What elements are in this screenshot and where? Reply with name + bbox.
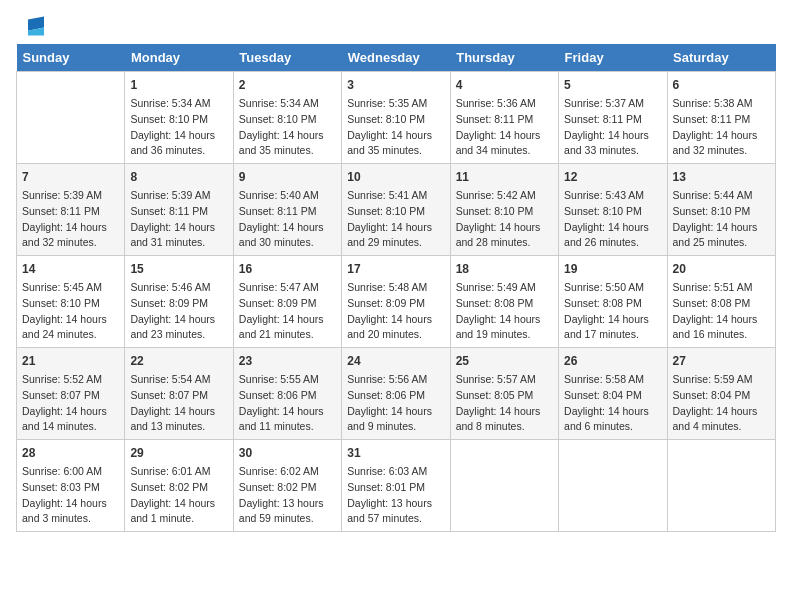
day-info: Daylight: 14 hours — [673, 312, 770, 328]
day-info: Sunset: 8:08 PM — [673, 296, 770, 312]
header-wednesday: Wednesday — [342, 44, 450, 72]
week-row-4: 21Sunrise: 5:52 AMSunset: 8:07 PMDayligh… — [17, 348, 776, 440]
day-info: Sunset: 8:04 PM — [673, 388, 770, 404]
calendar-cell — [17, 72, 125, 164]
day-info: and 57 minutes. — [347, 511, 444, 527]
day-info: Sunset: 8:06 PM — [239, 388, 336, 404]
day-info: Sunset: 8:10 PM — [130, 112, 227, 128]
day-info: and 34 minutes. — [456, 143, 553, 159]
calendar-cell: 14Sunrise: 5:45 AMSunset: 8:10 PMDayligh… — [17, 256, 125, 348]
day-info: and 25 minutes. — [673, 235, 770, 251]
day-info: Sunrise: 5:42 AM — [456, 188, 553, 204]
week-row-3: 14Sunrise: 5:45 AMSunset: 8:10 PMDayligh… — [17, 256, 776, 348]
day-info: and 3 minutes. — [22, 511, 119, 527]
day-info: Sunrise: 5:38 AM — [673, 96, 770, 112]
day-info: Daylight: 14 hours — [564, 220, 661, 236]
day-info: Sunset: 8:10 PM — [673, 204, 770, 220]
day-number: 10 — [347, 168, 444, 186]
day-number: 31 — [347, 444, 444, 462]
day-number: 28 — [22, 444, 119, 462]
day-number: 12 — [564, 168, 661, 186]
day-info: Daylight: 14 hours — [564, 128, 661, 144]
calendar-cell: 18Sunrise: 5:49 AMSunset: 8:08 PMDayligh… — [450, 256, 558, 348]
day-info: and 9 minutes. — [347, 419, 444, 435]
calendar-cell: 15Sunrise: 5:46 AMSunset: 8:09 PMDayligh… — [125, 256, 233, 348]
page-header — [16, 16, 776, 36]
day-number: 20 — [673, 260, 770, 278]
day-info: Sunset: 8:10 PM — [456, 204, 553, 220]
day-info: and 32 minutes. — [673, 143, 770, 159]
calendar-cell: 25Sunrise: 5:57 AMSunset: 8:05 PMDayligh… — [450, 348, 558, 440]
day-info: Daylight: 14 hours — [347, 128, 444, 144]
day-info: Sunrise: 5:51 AM — [673, 280, 770, 296]
day-info: Sunset: 8:11 PM — [130, 204, 227, 220]
day-info: Sunset: 8:08 PM — [564, 296, 661, 312]
day-info: Daylight: 14 hours — [456, 220, 553, 236]
day-number: 27 — [673, 352, 770, 370]
day-number: 22 — [130, 352, 227, 370]
day-number: 14 — [22, 260, 119, 278]
day-info: Sunrise: 5:39 AM — [22, 188, 119, 204]
day-number: 17 — [347, 260, 444, 278]
day-info: Sunrise: 5:39 AM — [130, 188, 227, 204]
day-info: and 32 minutes. — [22, 235, 119, 251]
day-info: Daylight: 14 hours — [239, 312, 336, 328]
day-info: Sunrise: 5:44 AM — [673, 188, 770, 204]
day-info: Daylight: 14 hours — [347, 404, 444, 420]
day-number: 8 — [130, 168, 227, 186]
calendar-cell: 13Sunrise: 5:44 AMSunset: 8:10 PMDayligh… — [667, 164, 775, 256]
day-number: 18 — [456, 260, 553, 278]
day-info: Sunset: 8:07 PM — [130, 388, 227, 404]
day-info: Sunrise: 5:58 AM — [564, 372, 661, 388]
day-info: Sunrise: 5:36 AM — [456, 96, 553, 112]
day-info: Daylight: 13 hours — [347, 496, 444, 512]
day-info: and 6 minutes. — [564, 419, 661, 435]
calendar-cell: 16Sunrise: 5:47 AMSunset: 8:09 PMDayligh… — [233, 256, 341, 348]
day-info: and 30 minutes. — [239, 235, 336, 251]
calendar-cell: 4Sunrise: 5:36 AMSunset: 8:11 PMDaylight… — [450, 72, 558, 164]
calendar-cell: 1Sunrise: 5:34 AMSunset: 8:10 PMDaylight… — [125, 72, 233, 164]
header-tuesday: Tuesday — [233, 44, 341, 72]
logo — [16, 16, 44, 36]
day-info: and 31 minutes. — [130, 235, 227, 251]
calendar-cell: 20Sunrise: 5:51 AMSunset: 8:08 PMDayligh… — [667, 256, 775, 348]
day-info: Sunrise: 6:01 AM — [130, 464, 227, 480]
day-info: Sunrise: 5:34 AM — [239, 96, 336, 112]
day-number: 26 — [564, 352, 661, 370]
day-info: Daylight: 14 hours — [564, 312, 661, 328]
calendar-cell: 8Sunrise: 5:39 AMSunset: 8:11 PMDaylight… — [125, 164, 233, 256]
day-info: Sunset: 8:07 PM — [22, 388, 119, 404]
day-info: and 17 minutes. — [564, 327, 661, 343]
day-info: and 24 minutes. — [22, 327, 119, 343]
day-info: and 20 minutes. — [347, 327, 444, 343]
day-info: Daylight: 14 hours — [22, 312, 119, 328]
header-monday: Monday — [125, 44, 233, 72]
day-number: 6 — [673, 76, 770, 94]
day-info: Daylight: 14 hours — [130, 220, 227, 236]
day-number: 11 — [456, 168, 553, 186]
day-info: Sunset: 8:05 PM — [456, 388, 553, 404]
day-info: Sunset: 8:10 PM — [564, 204, 661, 220]
day-number: 1 — [130, 76, 227, 94]
day-info: Daylight: 14 hours — [130, 312, 227, 328]
day-info: Sunset: 8:11 PM — [456, 112, 553, 128]
day-info: Sunset: 8:04 PM — [564, 388, 661, 404]
day-info: Daylight: 14 hours — [239, 404, 336, 420]
week-row-1: 1Sunrise: 5:34 AMSunset: 8:10 PMDaylight… — [17, 72, 776, 164]
day-info: Sunset: 8:01 PM — [347, 480, 444, 496]
day-number: 15 — [130, 260, 227, 278]
day-number: 23 — [239, 352, 336, 370]
day-info: Sunrise: 5:47 AM — [239, 280, 336, 296]
day-info: Sunset: 8:11 PM — [239, 204, 336, 220]
day-info: Sunrise: 5:56 AM — [347, 372, 444, 388]
day-info: Daylight: 14 hours — [22, 220, 119, 236]
header-sunday: Sunday — [17, 44, 125, 72]
calendar-cell: 29Sunrise: 6:01 AMSunset: 8:02 PMDayligh… — [125, 440, 233, 532]
day-info: Daylight: 14 hours — [347, 312, 444, 328]
day-info: Daylight: 14 hours — [239, 128, 336, 144]
day-info: Sunrise: 5:40 AM — [239, 188, 336, 204]
calendar-cell: 23Sunrise: 5:55 AMSunset: 8:06 PMDayligh… — [233, 348, 341, 440]
calendar-cell: 24Sunrise: 5:56 AMSunset: 8:06 PMDayligh… — [342, 348, 450, 440]
day-info: Sunset: 8:02 PM — [239, 480, 336, 496]
day-number: 2 — [239, 76, 336, 94]
